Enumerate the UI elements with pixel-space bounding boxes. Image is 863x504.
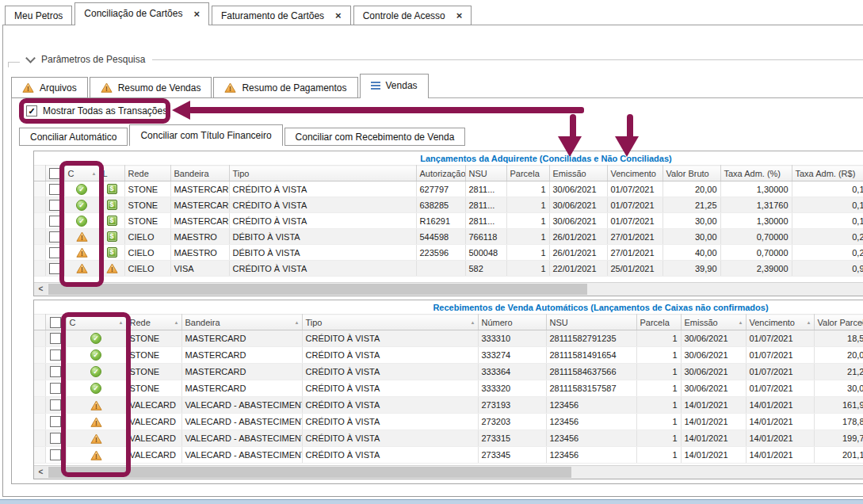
row-indicator <box>34 380 45 397</box>
column-header-bandeira[interactable]: Bandeira <box>170 166 229 181</box>
column-header-parcela[interactable]: Parcela <box>506 166 549 181</box>
window-tab-faturamento-de-cartoes[interactable]: Faturamento de Cartões× <box>212 6 351 25</box>
column-header-vencimento[interactable]: Vencimento▲ <box>746 315 814 330</box>
column-header-l[interactable]: L <box>99 166 124 181</box>
column-header-rede[interactable]: Rede▲ <box>126 315 181 330</box>
collapse-chevron-icon[interactable] <box>25 53 36 63</box>
cell-emissao: 22/01/2021 <box>549 261 607 277</box>
column-header-valor_bruto[interactable]: Valor Bruto <box>663 166 720 181</box>
sort-asc-icon: ▲ <box>119 320 124 325</box>
cell-nsu: 500048 <box>465 245 506 261</box>
table-row[interactable]: ✓$STONEMASTERCARDCRÉDITO À VISTA63828528… <box>34 197 863 213</box>
cell-taxa_adm_rs: 0,2 <box>792 229 863 245</box>
sort-asc-icon: ▲ <box>861 320 863 325</box>
row-checkbox[interactable] <box>50 333 61 344</box>
tab-vendas[interactable]: Vendas <box>360 74 429 98</box>
horizontal-scrollbar[interactable]: < <box>34 465 863 479</box>
column-label: Emissão <box>685 318 718 327</box>
tab-conciliar-com-titulo-financeiro[interactable]: Conciliar com Título Financeiro <box>129 124 282 146</box>
cell-emissao: 14/01/2021 <box>681 430 746 447</box>
column-header-autorizacao[interactable]: Autorização <box>416 166 465 181</box>
column-header-tipo[interactable]: Tipo <box>229 166 416 181</box>
table-row[interactable]: !VALECARDVALECARD - ABASTECIMENTOCRÉDITO… <box>34 430 863 447</box>
row-checkbox[interactable] <box>49 231 60 242</box>
row-checkbox[interactable] <box>49 247 60 258</box>
tab-arquivos[interactable]: !Arquivos <box>11 77 88 98</box>
cell-vencimento: 01/07/2021 <box>607 181 663 197</box>
acquirer-grid-title: Lançamentos da Adquirente (Conciliadas e… <box>34 151 863 165</box>
cell-emissao: 26/01/2021 <box>549 229 607 245</box>
status-cell-c: ! <box>64 229 99 245</box>
table-row[interactable]: ✓STONEMASTERCARDCRÉDITO À VISTA333310281… <box>34 330 863 347</box>
row-checkbox[interactable] <box>50 433 61 444</box>
table-row[interactable]: !$CIELOMAESTRODÉBITO À VISTA223596500048… <box>34 245 863 261</box>
window-tab-conciliacao-de-cartoes[interactable]: Conciliação de Cartões× <box>74 2 209 25</box>
table-row[interactable]: ✓$STONEMASTERCARDCRÉDITO À VISTAR1629128… <box>34 213 863 229</box>
scroll-left-icon[interactable]: < <box>34 283 48 296</box>
column-header-nsu[interactable]: NSU <box>546 315 636 330</box>
row-checkbox[interactable] <box>50 383 61 394</box>
scroll-left-icon[interactable]: < <box>34 466 48 479</box>
table-row[interactable]: !!CIELOVISACRÉDITO À VISTA582122/01/2021… <box>34 261 863 277</box>
row-indicator <box>34 181 45 197</box>
scrollbar-thumb[interactable] <box>48 284 587 295</box>
show-all-transactions-row: ✓ Mostrar Todas as Transações <box>26 105 167 116</box>
column-header-rede[interactable]: Rede <box>124 166 170 181</box>
column-header-emissao[interactable]: Emissão▲ <box>681 315 746 330</box>
row-checkbox[interactable] <box>49 184 60 195</box>
cell-parcela: 1 <box>506 261 549 277</box>
column-header-tipo[interactable]: Tipo▲ <box>302 315 478 330</box>
column-label: Emissão <box>553 169 586 178</box>
row-checkbox[interactable] <box>50 449 61 460</box>
show-all-transactions-checkbox[interactable]: ✓ <box>26 105 37 116</box>
cell-emissao: 30/06/2021 <box>549 197 607 213</box>
close-tab-icon[interactable]: × <box>193 9 200 19</box>
table-row[interactable]: !VALECARDVALECARD - ABASTECIMENTOCRÉDITO… <box>34 447 863 464</box>
column-header-c[interactable]: C▲ <box>64 166 99 181</box>
select-column-header[interactable] <box>45 166 64 181</box>
row-checkbox[interactable] <box>49 216 60 227</box>
table-row[interactable]: ✓STONEMASTERCARDCRÉDITO À VISTA333320281… <box>34 380 863 397</box>
row-checkbox[interactable] <box>49 200 60 211</box>
select-all-checkbox[interactable] <box>49 168 60 179</box>
table-row[interactable]: !VALECARDVALECARD - ABASTECIMENTOCRÉDITO… <box>34 397 863 414</box>
cell-bandeira: MASTERCARD <box>181 380 302 397</box>
column-header-bandeira[interactable]: Bandeira▲ <box>181 315 302 330</box>
column-header-taxa_adm_pct[interactable]: Taxa Adm. (%) <box>720 166 792 181</box>
cell-vencimento: 01/07/2021 <box>746 380 814 397</box>
window-tab-controle-de-acesso[interactable]: Controle de Acesso× <box>353 6 472 25</box>
table-row[interactable]: ✓$STONEMASTERCARDCRÉDITO À VISTA62779728… <box>34 181 863 197</box>
column-header-c[interactable]: C▲ <box>66 315 126 330</box>
cell-emissao: 30/06/2021 <box>681 330 746 347</box>
row-indicator <box>34 330 45 347</box>
row-checkbox[interactable] <box>50 349 61 361</box>
tab-resumo-de-vendas[interactable]: !Resumo de Vendas <box>90 77 212 98</box>
column-header-taxa_adm_rs[interactable]: Taxa Adm. (R$) <box>792 166 863 181</box>
column-header-vencimento[interactable]: Vencimento <box>607 166 663 181</box>
column-header-numero[interactable]: Número <box>478 315 546 330</box>
column-header-parcela[interactable]: Parcela <box>636 315 681 330</box>
row-checkbox[interactable] <box>50 366 61 377</box>
select-all-checkbox[interactable] <box>50 317 61 328</box>
table-row[interactable]: ✓STONEMASTERCARDCRÉDITO À VISTA333274281… <box>34 347 863 364</box>
table-row[interactable]: ✓STONEMASTERCARDCRÉDITO À VISTA333364281… <box>34 364 863 380</box>
tab-label: Arquivos <box>40 82 77 94</box>
horizontal-scrollbar[interactable]: < <box>34 282 863 296</box>
table-row[interactable]: !VALECARDVALECARD - ABASTECIMENTOCRÉDITO… <box>34 414 863 430</box>
row-checkbox[interactable] <box>50 416 61 427</box>
table-row[interactable]: !$CIELOMAESTRODÉBITO À VISTA544598766118… <box>34 229 863 245</box>
row-checkbox[interactable] <box>50 399 61 410</box>
cell-tipo: CRÉDITO À VISTA <box>302 347 478 364</box>
select-column-header[interactable] <box>45 315 66 330</box>
close-tab-icon[interactable]: × <box>335 10 342 21</box>
window-tab-meu-petros[interactable]: Meu Petros <box>5 6 72 25</box>
row-checkbox[interactable] <box>49 263 60 274</box>
close-tab-icon[interactable]: × <box>456 10 463 21</box>
tab-resumo-de-pagamentos[interactable]: !Resumo de Pagamentos <box>213 77 357 98</box>
column-header-valor_parcela[interactable]: Valor Parcela▲ <box>814 315 863 330</box>
column-header-nsu[interactable]: NSU <box>465 166 506 181</box>
scrollbar-thumb[interactable] <box>48 467 571 478</box>
tab-conciliar-com-recebimento-de-venda[interactable]: Conciliar com Recebimento de Venda <box>284 128 466 146</box>
tab-conciliar-automatico[interactable]: Conciliar Automático <box>19 128 128 146</box>
column-header-emissao[interactable]: Emissão <box>549 166 607 181</box>
